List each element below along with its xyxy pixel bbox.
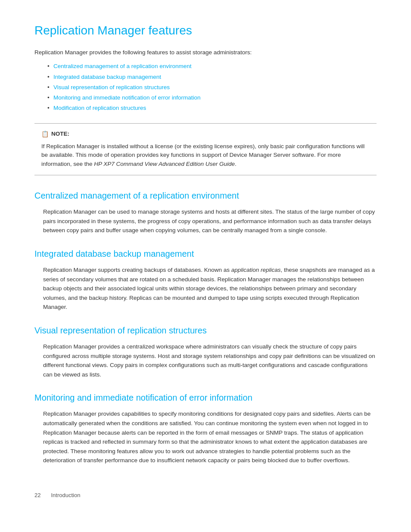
note-em: HP XP7 Command View Advanced Edition Use… [94,161,235,167]
feature-item-2: Integrated database backup management [47,73,377,81]
section-title-centralized: Centralized management of a replication … [34,189,377,202]
page-title: Replication Manager features [34,22,377,40]
note-box: 📋 NOTE: If Replication Manager is instal… [34,123,377,176]
section-visual: Visual representation of replication str… [34,324,377,379]
feature-link-5[interactable]: Modification of replication structures [53,105,146,111]
note-icon: 📋 [41,130,49,139]
note-label: NOTE: [51,130,69,138]
page-number: 22 [34,491,40,500]
feature-item-4: Monitoring and immediate notification of… [47,93,377,102]
footer-label: Introduction [51,491,80,500]
feature-item-1: Centralized management of a replication … [47,62,377,71]
section-monitoring: Monitoring and immediate notification of… [34,391,377,465]
section-title-monitoring: Monitoring and immediate notification of… [34,391,377,404]
feature-link-1[interactable]: Centralized management of a replication … [53,63,191,69]
features-list: Centralized management of a replication … [47,62,377,112]
feature-item-3: Visual representation of replication str… [47,83,377,92]
application-replicas-em: application replicas [231,267,281,273]
feature-link-3[interactable]: Visual representation of replication str… [53,84,170,90]
section-body-visual: Replication Manager provides a centraliz… [43,342,377,379]
page-footer: 22 Introduction [34,491,377,500]
section-centralized: Centralized management of a replication … [34,189,377,235]
note-body: If Replication Manager is installed with… [41,142,370,169]
feature-link-4[interactable]: Monitoring and immediate notification of… [53,94,200,101]
section-integrated: Integrated database backup management Re… [34,247,377,312]
feature-link-2[interactable]: Integrated database backup management [53,74,161,80]
feature-item-5: Modification of replication structures [47,104,377,112]
section-title-visual: Visual representation of replication str… [34,324,377,337]
section-body-integrated: Replication Manager supports creating ba… [43,265,377,312]
section-body-monitoring: Replication Manager provides capabilitie… [43,409,377,465]
section-title-integrated: Integrated database backup management [34,247,377,260]
intro-text: Replication Manager provides the followi… [34,48,377,57]
note-header: 📋 NOTE: [41,130,370,139]
section-body-centralized: Replication Manager can be used to manag… [43,207,377,235]
